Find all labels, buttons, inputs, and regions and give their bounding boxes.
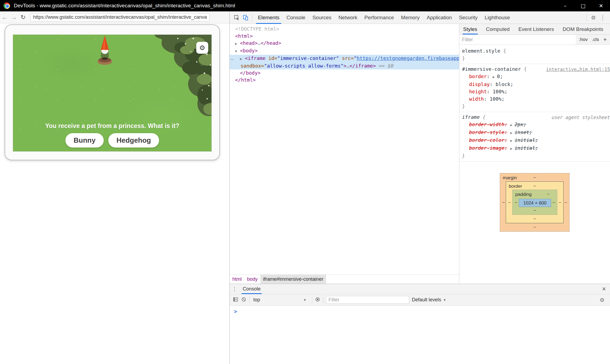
tab-network[interactable]: Network (335, 11, 361, 24)
clear-console-icon[interactable] (241, 297, 246, 303)
minimize-button[interactable]: – (556, 0, 574, 11)
console-drawer: ⋮ Console ✕ top ▼ (230, 284, 610, 364)
tab-sources[interactable]: Sources (309, 11, 335, 24)
user-agent-stylesheet-label: user agent stylesheet (552, 114, 610, 121)
margin-left-value: − (502, 199, 505, 206)
padding-bottom-value: − (533, 207, 536, 214)
toolbar-separator (586, 14, 587, 21)
toolbar-separator (249, 297, 249, 303)
dom-node-head[interactable]: ▶<head>…</head> (230, 40, 459, 47)
tree-collapsed-icon[interactable]: ▶ (240, 55, 245, 62)
game-question: You receive a pet from a princess. What … (13, 122, 211, 130)
tab-performance[interactable]: Performance (361, 11, 397, 24)
tree-expanded-icon[interactable]: ▼ (235, 48, 240, 55)
levels-value: Default levels (412, 297, 441, 303)
reload-icon[interactable]: ↻ (18, 14, 28, 21)
rule-iframe-user-agent[interactable]: user agent stylesheet iframe { border-wi… (459, 112, 610, 162)
console-toolbar: top ▼ Default levels ▼ ⚙ (230, 294, 610, 306)
game-canvas[interactable]: ⚙ You receive a pet from a princess. Wha… (13, 34, 212, 152)
live-expression-eye-icon[interactable] (315, 297, 320, 303)
hedgehog-button[interactable]: Hedgehog (108, 133, 159, 148)
box-model-margin[interactable]: margin − − − − border − − − − (500, 173, 570, 232)
tab-computed[interactable]: Computed (485, 24, 510, 34)
rule-immersive-container[interactable]: interactive…him.html:15 #immersive-conta… (459, 64, 610, 112)
css-property-overridden[interactable]: border-style: ▶ inset; (462, 129, 607, 136)
box-model-padding[interactable]: padding − − − − 1024 × 600 (512, 190, 557, 215)
rule-element-style[interactable]: element.style { } (459, 46, 610, 64)
toggle-hover-state[interactable]: :hov (579, 37, 588, 42)
dom-node-iframe-selected[interactable]: …▶<iframe id="immersive-container" src="… (230, 55, 459, 69)
bunny-button[interactable]: Bunny (65, 133, 104, 148)
tab-application[interactable]: Application (423, 11, 456, 24)
css-property-overridden[interactable]: border-color: ▶ initial; (462, 136, 607, 144)
css-property[interactable]: height: 100%; (462, 88, 607, 95)
drawer-kebab-icon[interactable]: ⋮ (230, 286, 239, 292)
padding-left-value: − (515, 199, 517, 206)
tab-styles[interactable]: Styles (463, 24, 478, 34)
margin-top-value: − (533, 174, 536, 181)
margin-label: margin (503, 174, 517, 181)
console-filter-input[interactable] (326, 296, 409, 304)
toggle-class-editor[interactable]: .cls (592, 37, 599, 42)
css-property[interactable]: display: block; (462, 81, 607, 88)
devtools-pane: Elements Console Sources Network Perform… (229, 11, 610, 364)
tab-dom-breakpoints[interactable]: DOM Breakpoints (562, 24, 604, 34)
url-input[interactable] (30, 13, 210, 21)
game-settings-button[interactable]: ⚙ (196, 42, 208, 54)
tab-event-listeners[interactable]: Event Listeners (518, 24, 554, 34)
tab-console[interactable]: Console (283, 11, 309, 24)
dom-node-body-close[interactable]: </body> (230, 69, 459, 76)
styles-filter-bar: :hov .cls + (459, 35, 610, 45)
css-property-overridden[interactable]: border-image: ▶ initial; (462, 144, 607, 152)
maximize-button[interactable]: □ (574, 0, 592, 11)
dom-node-body-open[interactable]: ▼<body> (230, 47, 459, 55)
css-property-overridden[interactable]: border-width: ▶ 2px; (462, 121, 607, 129)
breadcrumb-body[interactable]: body (244, 275, 260, 284)
log-levels-dropdown[interactable]: Default levels ▼ (412, 297, 446, 303)
tab-elements[interactable]: Elements (254, 11, 283, 24)
tab-security[interactable]: Security (456, 11, 481, 24)
close-button[interactable]: ✕ (592, 0, 610, 11)
styles-filter-input[interactable] (459, 35, 576, 44)
margin-right-value: − (565, 199, 567, 206)
javascript-context-dropdown[interactable]: top ▼ (252, 297, 309, 303)
tree-collapsed-icon[interactable]: ▶ (235, 40, 240, 47)
elements-panel: <!DOCTYPE html> <html> ▶<head>…</head> ▼… (230, 24, 459, 284)
console-log-area[interactable]: > (230, 306, 610, 364)
breadcrumb-html[interactable]: html (230, 275, 244, 284)
forward-icon[interactable]: → (9, 14, 18, 21)
inspect-element-icon[interactable] (232, 13, 241, 22)
screencast-page: ⚙ You receive a pet from a princess. Wha… (0, 23, 229, 364)
toolbar-separator (252, 14, 252, 21)
dom-node-html-close[interactable]: </html> (230, 76, 459, 84)
box-model-content[interactable]: 1024 × 600 (519, 199, 551, 207)
device-toolbar-icon[interactable] (241, 13, 250, 22)
console-drawer-header: ⋮ Console ✕ (230, 284, 610, 294)
box-model-border[interactable]: border − − − − padding − − − (506, 181, 564, 223)
new-style-rule-icon[interactable]: + (603, 36, 607, 43)
drawer-close-icon[interactable]: ✕ (598, 286, 610, 292)
styles-sidebar: Styles Computed Event Listeners DOM Brea… (459, 24, 610, 284)
styles-rules: element.style { } interactive…him.html:1… (459, 45, 610, 284)
console-prompt-chevron[interactable]: > (230, 306, 610, 314)
padding-label: padding (515, 191, 532, 198)
window-title: DevTools - www.gstatic.com/assistant/int… (14, 3, 235, 9)
css-property[interactable]: border: ▶ 0; (462, 73, 607, 81)
dom-node-doctype[interactable]: <!DOCTYPE html> (230, 25, 459, 33)
node-menu-ellipsis[interactable]: … (231, 55, 234, 62)
tab-lighthouse[interactable]: Lighthouse (481, 11, 513, 24)
settings-gear-icon[interactable]: ⚙ (589, 14, 598, 21)
back-icon[interactable]: ← (0, 14, 9, 21)
box-model-diagram[interactable]: margin − − − − border − − − − (500, 173, 570, 232)
toolbar-separator (323, 297, 323, 303)
console-drawer-tab[interactable]: Console (239, 284, 264, 294)
rule-source-link[interactable]: interactive…him.html:15 (546, 66, 610, 73)
css-property[interactable]: width: 100%; (462, 95, 607, 103)
tab-memory[interactable]: Memory (397, 11, 423, 24)
console-settings-gear-icon[interactable]: ⚙ (598, 297, 607, 303)
kebab-menu-icon[interactable]: ⋮ (598, 14, 607, 21)
dom-node-html-open[interactable]: <html> (230, 33, 459, 40)
console-sidebar-toggle-icon[interactable] (233, 297, 238, 303)
title-bar: DevTools - www.gstatic.com/assistant/int… (0, 0, 610, 11)
breadcrumb-iframe[interactable]: iframe#immersive-container (260, 275, 326, 284)
